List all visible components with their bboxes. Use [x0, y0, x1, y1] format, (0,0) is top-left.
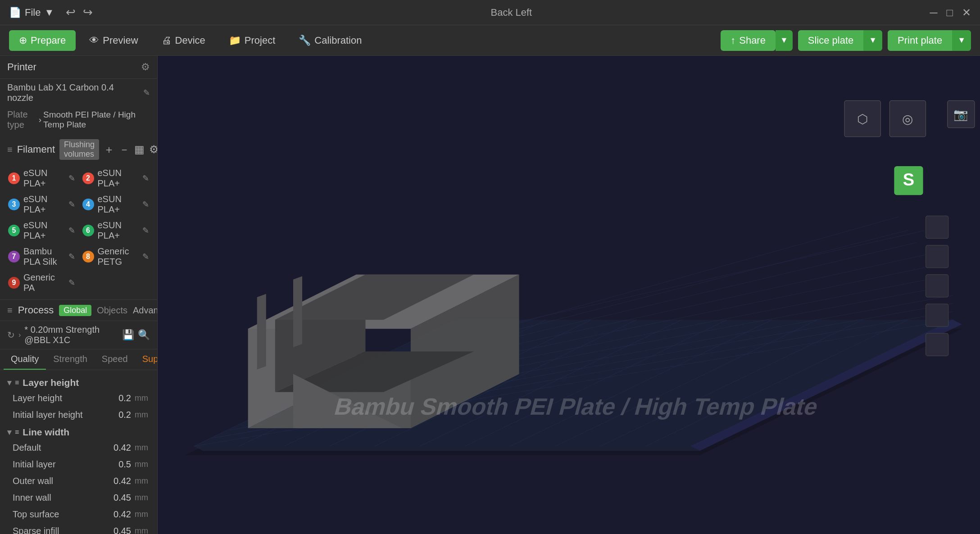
line-width-group-header[interactable]: ▾ ≡ Line width: [0, 423, 157, 439]
tab-speed[interactable]: Speed: [95, 349, 135, 370]
slice-dropdown[interactable]: ▼: [863, 30, 882, 51]
filament-link-8[interactable]: ✎: [142, 252, 149, 262]
line-width-collapse-icon: ▾: [7, 427, 11, 437]
filament-link-7[interactable]: ✎: [68, 252, 75, 262]
slice-button[interactable]: Slice plate: [798, 30, 864, 51]
filament-item-4[interactable]: 4 eSUN PLA+ ✎: [80, 192, 152, 217]
filament-num-4: 4: [82, 199, 94, 210]
filament-item-7[interactable]: 7 Bambu PLA Silk ✎: [5, 244, 78, 269]
line-width-initial-row[interactable]: Initial layer 0.5 mm: [0, 456, 157, 473]
nav-project[interactable]: 📁 Project: [219, 30, 285, 51]
lw-sparse-value[interactable]: 0.45: [100, 526, 131, 534]
initial-layer-height-row[interactable]: Initial layer height 0.2 mm: [0, 407, 157, 423]
tab-support[interactable]: Support: [135, 349, 157, 370]
filament-item-2[interactable]: 2 eSUN PLA+ ✎: [80, 166, 152, 190]
share-dropdown[interactable]: ▼: [776, 30, 793, 51]
layer-height-group-header[interactable]: ▾ ≡ Layer height: [0, 374, 157, 390]
tab-quality[interactable]: Quality: [4, 349, 46, 370]
initial-layer-height-value[interactable]: 0.2: [100, 410, 131, 420]
filament-link-6[interactable]: ✎: [142, 226, 149, 235]
filament-name-6: eSUN PLA+: [98, 220, 139, 241]
project-label: Project: [245, 35, 275, 46]
filament-grid-button[interactable]: ▦: [134, 143, 145, 156]
lw-default-value[interactable]: 0.42: [100, 443, 131, 453]
process-tabs: Quality Strength Speed Support Others: [0, 349, 157, 370]
plate-type-text: Smooth PEI Plate / High Temp Plate: [43, 110, 150, 130]
printer-edit-icon[interactable]: ✎: [143, 88, 150, 98]
process-global-tag[interactable]: Global: [59, 305, 91, 316]
filament-item-1[interactable]: 1 eSUN PLA+ ✎: [5, 166, 78, 190]
initial-layer-height-unit: mm: [135, 410, 150, 420]
filament-link-4[interactable]: ✎: [142, 199, 149, 209]
layer-height-row[interactable]: Layer height 0.2 mm: [0, 390, 157, 407]
line-width-inner-wall-row[interactable]: Inner wall 0.45 mm: [0, 489, 157, 506]
print-button-group: Print plate ▼: [888, 30, 971, 51]
undo-button[interactable]: ↩: [66, 5, 76, 19]
plate-type-row: Plate type › Smooth PEI Plate / High Tem…: [0, 107, 157, 135]
filament-settings-button[interactable]: ⚙: [149, 143, 158, 156]
preview-label: Preview: [103, 35, 138, 46]
nav-prepare[interactable]: ⊕ Prepare: [9, 30, 76, 51]
filament-remove-button[interactable]: －: [119, 142, 130, 157]
filament-icon: ≡: [7, 145, 13, 155]
filament-item-6[interactable]: 6 eSUN PLA+ ✎: [80, 218, 152, 243]
tab-strength[interactable]: Strength: [46, 349, 95, 370]
nav-calibration[interactable]: 🔧 Calibration: [289, 30, 372, 51]
lw-top-value[interactable]: 0.42: [100, 509, 131, 520]
filament-item-3[interactable]: 3 eSUN PLA+ ✎: [5, 192, 78, 217]
print-dropdown[interactable]: ▼: [952, 30, 971, 51]
maximize-button[interactable]: □: [947, 6, 953, 19]
layer-height-value[interactable]: 0.2: [100, 393, 131, 403]
preset-save-button[interactable]: 💾: [122, 329, 134, 341]
filament-name-3: eSUN PLA+: [23, 194, 65, 215]
svg-rect-44: [926, 333, 948, 356]
printer-settings-icon[interactable]: ⚙: [141, 61, 150, 73]
layer-height-group-label: Layer height: [23, 377, 79, 388]
filament-link-3[interactable]: ✎: [68, 199, 75, 209]
close-button[interactable]: ✕: [962, 6, 971, 19]
redo-button[interactable]: ↪: [83, 5, 93, 19]
process-icon: ≡: [7, 305, 13, 316]
lw-outer-value[interactable]: 0.42: [100, 476, 131, 486]
filament-item-5[interactable]: 5 eSUN PLA+ ✎: [5, 218, 78, 243]
nav-preview[interactable]: 👁 Preview: [79, 30, 148, 51]
lw-initial-value[interactable]: 0.5: [100, 459, 131, 470]
share-button[interactable]: ↑ Share: [721, 30, 776, 51]
filament-link-2[interactable]: ✎: [142, 173, 149, 183]
filament-link-9[interactable]: ✎: [68, 278, 75, 288]
lw-outer-unit: mm: [135, 476, 150, 486]
print-button[interactable]: Print plate: [888, 30, 952, 51]
process-objects-tag[interactable]: Objects: [97, 305, 127, 316]
lw-sparse-unit: mm: [135, 526, 150, 534]
filament-name-1: eSUN PLA+: [23, 168, 65, 189]
flushing-badge[interactable]: Flushing volumes: [59, 139, 99, 160]
filament-link-1[interactable]: ✎: [68, 173, 75, 183]
svg-rect-35: [257, 294, 266, 370]
filament-link-5[interactable]: ✎: [68, 226, 75, 235]
preset-search-button[interactable]: 🔍: [138, 329, 150, 341]
viewport[interactable]: ⬜ ⊞ ✥ ⊡ ⬜ ⊕ ⊙ ⊚ ⊛ ⊜ ⊝ ⊞ 📷: [158, 56, 980, 534]
line-width-top-surface-row[interactable]: Top surface 0.42 mm: [0, 506, 157, 523]
file-dropdown-icon: ▼: [44, 7, 54, 18]
printer-section-title: Printer: [7, 61, 36, 73]
filament-item-9[interactable]: 9 Generic PA ✎: [5, 271, 78, 295]
plate-type-value[interactable]: › Smooth PEI Plate / High Temp Plate: [39, 110, 150, 130]
advance-label: Advance: [133, 305, 157, 316]
share-button-group: ↑ Share ▼: [721, 30, 793, 51]
filament-add-button[interactable]: ＋: [104, 142, 114, 157]
lw-default-label: Default: [13, 443, 96, 453]
minimize-button[interactable]: ─: [930, 6, 937, 19]
file-menu[interactable]: 📄 File ▼: [9, 7, 54, 18]
filament-num-7: 7: [8, 251, 20, 262]
printer-name-row[interactable]: Bambu Lab X1 Carbon 0.4 nozzle ✎: [0, 79, 157, 107]
filament-item-8[interactable]: 8 Generic PETG ✎: [80, 244, 152, 269]
line-width-sparse-infill-row[interactable]: Sparse infill 0.45 mm: [0, 523, 157, 534]
lw-inner-label: Inner wall: [13, 493, 96, 503]
nav-device[interactable]: 🖨 Device: [152, 30, 215, 51]
file-icon: 📄: [9, 7, 21, 18]
line-width-default-row[interactable]: Default 0.42 mm: [0, 439, 157, 456]
lw-top-unit: mm: [135, 510, 150, 519]
lw-inner-value[interactable]: 0.45: [100, 493, 131, 503]
line-width-outer-wall-row[interactable]: Outer wall 0.42 mm: [0, 473, 157, 489]
lw-top-label: Top surface: [13, 509, 96, 520]
